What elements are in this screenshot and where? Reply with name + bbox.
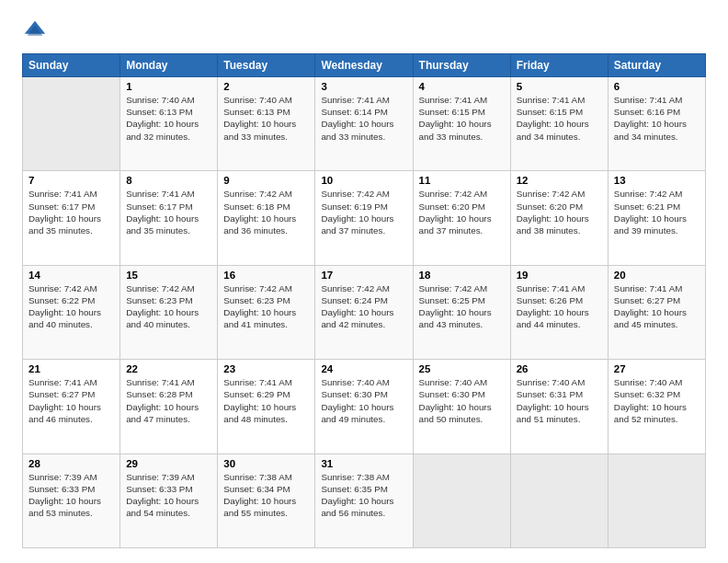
day-number: 13 bbox=[614, 175, 700, 186]
day-number: 29 bbox=[126, 458, 211, 469]
day-info: Sunrise: 7:42 AMSunset: 6:20 PMDaylight:… bbox=[419, 188, 505, 236]
day-number: 3 bbox=[321, 81, 406, 92]
calendar-cell: 11Sunrise: 7:42 AMSunset: 6:20 PMDayligh… bbox=[413, 171, 510, 265]
calendar-cell: 19Sunrise: 7:41 AMSunset: 6:26 PMDayligh… bbox=[510, 265, 608, 359]
day-info: Sunrise: 7:41 AMSunset: 6:27 PMDaylight:… bbox=[614, 282, 700, 331]
calendar-cell: 16Sunrise: 7:42 AMSunset: 6:23 PMDayligh… bbox=[218, 265, 315, 359]
day-info: Sunrise: 7:38 AMSunset: 6:35 PMDaylight:… bbox=[321, 471, 406, 520]
day-info: Sunrise: 7:42 AMSunset: 6:20 PMDaylight:… bbox=[517, 188, 602, 236]
day-info: Sunrise: 7:40 AMSunset: 6:13 PMDaylight:… bbox=[126, 94, 211, 143]
day-info: Sunrise: 7:42 AMSunset: 6:24 PMDaylight:… bbox=[321, 282, 406, 331]
day-number: 20 bbox=[614, 270, 700, 281]
day-number: 18 bbox=[419, 270, 505, 281]
calendar-week-row: 28Sunrise: 7:39 AMSunset: 6:33 PMDayligh… bbox=[23, 454, 706, 547]
day-info: Sunrise: 7:42 AMSunset: 6:23 PMDaylight:… bbox=[223, 282, 309, 331]
calendar-cell: 10Sunrise: 7:42 AMSunset: 6:19 PMDayligh… bbox=[315, 171, 413, 265]
calendar-header-monday: Monday bbox=[120, 54, 218, 77]
calendar-cell bbox=[23, 77, 120, 171]
day-number: 14 bbox=[28, 270, 114, 281]
calendar-cell: 27Sunrise: 7:40 AMSunset: 6:32 PMDayligh… bbox=[608, 360, 705, 454]
calendar-table: SundayMondayTuesdayWednesdayThursdayFrid… bbox=[22, 53, 706, 548]
calendar-cell: 20Sunrise: 7:41 AMSunset: 6:27 PMDayligh… bbox=[608, 265, 705, 359]
calendar-cell: 1Sunrise: 7:40 AMSunset: 6:13 PMDaylight… bbox=[120, 77, 218, 171]
day-info: Sunrise: 7:41 AMSunset: 6:28 PMDaylight:… bbox=[126, 376, 211, 425]
day-number: 8 bbox=[126, 175, 211, 186]
calendar-header-thursday: Thursday bbox=[413, 54, 510, 77]
day-number: 4 bbox=[419, 81, 505, 92]
day-number: 19 bbox=[517, 270, 602, 281]
calendar-cell: 15Sunrise: 7:42 AMSunset: 6:23 PMDayligh… bbox=[120, 265, 218, 359]
calendar-cell: 26Sunrise: 7:40 AMSunset: 6:31 PMDayligh… bbox=[510, 360, 608, 454]
day-info: Sunrise: 7:41 AMSunset: 6:27 PMDaylight:… bbox=[28, 376, 114, 425]
day-number: 16 bbox=[223, 270, 309, 281]
logo bbox=[22, 18, 51, 44]
logo-icon bbox=[22, 18, 48, 44]
day-info: Sunrise: 7:41 AMSunset: 6:17 PMDaylight:… bbox=[126, 188, 211, 236]
calendar-header-saturday: Saturday bbox=[608, 54, 705, 77]
calendar-cell: 9Sunrise: 7:42 AMSunset: 6:18 PMDaylight… bbox=[218, 171, 315, 265]
day-number: 12 bbox=[517, 175, 602, 186]
day-info: Sunrise: 7:42 AMSunset: 6:21 PMDaylight:… bbox=[614, 188, 700, 236]
day-number: 28 bbox=[28, 458, 114, 469]
day-number: 31 bbox=[321, 458, 406, 469]
day-number: 1 bbox=[126, 81, 211, 92]
calendar-header-tuesday: Tuesday bbox=[218, 54, 315, 77]
day-info: Sunrise: 7:39 AMSunset: 6:33 PMDaylight:… bbox=[126, 471, 211, 520]
calendar-cell: 14Sunrise: 7:42 AMSunset: 6:22 PMDayligh… bbox=[23, 265, 120, 359]
calendar-cell: 30Sunrise: 7:38 AMSunset: 6:34 PMDayligh… bbox=[218, 454, 315, 547]
day-number: 9 bbox=[223, 175, 309, 186]
header bbox=[22, 18, 706, 44]
calendar-cell bbox=[413, 454, 510, 547]
calendar-header-row: SundayMondayTuesdayWednesdayThursdayFrid… bbox=[23, 54, 706, 77]
calendar-cell: 17Sunrise: 7:42 AMSunset: 6:24 PMDayligh… bbox=[315, 265, 413, 359]
calendar-cell: 12Sunrise: 7:42 AMSunset: 6:20 PMDayligh… bbox=[510, 171, 608, 265]
calendar-cell: 5Sunrise: 7:41 AMSunset: 6:15 PMDaylight… bbox=[510, 77, 608, 171]
day-number: 7 bbox=[28, 175, 114, 186]
calendar-week-row: 7Sunrise: 7:41 AMSunset: 6:17 PMDaylight… bbox=[23, 171, 706, 265]
calendar-cell: 21Sunrise: 7:41 AMSunset: 6:27 PMDayligh… bbox=[23, 360, 120, 454]
day-info: Sunrise: 7:42 AMSunset: 6:18 PMDaylight:… bbox=[223, 188, 309, 236]
calendar-cell: 4Sunrise: 7:41 AMSunset: 6:15 PMDaylight… bbox=[413, 77, 510, 171]
day-number: 10 bbox=[321, 175, 406, 186]
calendar-cell: 7Sunrise: 7:41 AMSunset: 6:17 PMDaylight… bbox=[23, 171, 120, 265]
day-info: Sunrise: 7:42 AMSunset: 6:25 PMDaylight:… bbox=[419, 282, 505, 331]
calendar-cell: 2Sunrise: 7:40 AMSunset: 6:13 PMDaylight… bbox=[218, 77, 315, 171]
calendar-cell: 29Sunrise: 7:39 AMSunset: 6:33 PMDayligh… bbox=[120, 454, 218, 547]
calendar-cell bbox=[510, 454, 608, 547]
calendar-week-row: 1Sunrise: 7:40 AMSunset: 6:13 PMDaylight… bbox=[23, 77, 706, 171]
day-info: Sunrise: 7:40 AMSunset: 6:32 PMDaylight:… bbox=[614, 376, 700, 425]
day-info: Sunrise: 7:41 AMSunset: 6:26 PMDaylight:… bbox=[517, 282, 602, 331]
calendar-header-friday: Friday bbox=[510, 54, 608, 77]
calendar-cell: 24Sunrise: 7:40 AMSunset: 6:30 PMDayligh… bbox=[315, 360, 413, 454]
calendar-cell: 23Sunrise: 7:41 AMSunset: 6:29 PMDayligh… bbox=[218, 360, 315, 454]
day-number: 21 bbox=[28, 363, 114, 374]
page: SundayMondayTuesdayWednesdayThursdayFrid… bbox=[0, 0, 728, 563]
day-info: Sunrise: 7:41 AMSunset: 6:17 PMDaylight:… bbox=[28, 188, 114, 236]
day-number: 2 bbox=[223, 81, 309, 92]
day-number: 26 bbox=[517, 363, 602, 374]
calendar-cell: 6Sunrise: 7:41 AMSunset: 6:16 PMDaylight… bbox=[608, 77, 705, 171]
calendar-cell: 8Sunrise: 7:41 AMSunset: 6:17 PMDaylight… bbox=[120, 171, 218, 265]
day-info: Sunrise: 7:39 AMSunset: 6:33 PMDaylight:… bbox=[28, 471, 114, 520]
calendar-week-row: 21Sunrise: 7:41 AMSunset: 6:27 PMDayligh… bbox=[23, 360, 706, 454]
day-number: 5 bbox=[517, 81, 602, 92]
day-info: Sunrise: 7:40 AMSunset: 6:30 PMDaylight:… bbox=[419, 376, 505, 425]
calendar-cell bbox=[608, 454, 705, 547]
day-info: Sunrise: 7:41 AMSunset: 6:14 PMDaylight:… bbox=[321, 94, 406, 143]
day-number: 30 bbox=[223, 458, 309, 469]
day-info: Sunrise: 7:40 AMSunset: 6:31 PMDaylight:… bbox=[517, 376, 602, 425]
day-info: Sunrise: 7:41 AMSunset: 6:16 PMDaylight:… bbox=[614, 94, 700, 143]
day-info: Sunrise: 7:40 AMSunset: 6:30 PMDaylight:… bbox=[321, 376, 406, 425]
calendar-cell: 3Sunrise: 7:41 AMSunset: 6:14 PMDaylight… bbox=[315, 77, 413, 171]
day-info: Sunrise: 7:42 AMSunset: 6:23 PMDaylight:… bbox=[126, 282, 211, 331]
day-number: 25 bbox=[419, 363, 505, 374]
day-number: 27 bbox=[614, 363, 700, 374]
day-number: 6 bbox=[614, 81, 700, 92]
calendar-cell: 18Sunrise: 7:42 AMSunset: 6:25 PMDayligh… bbox=[413, 265, 510, 359]
day-info: Sunrise: 7:41 AMSunset: 6:15 PMDaylight:… bbox=[517, 94, 602, 143]
calendar-header-wednesday: Wednesday bbox=[315, 54, 413, 77]
day-number: 22 bbox=[126, 363, 211, 374]
day-number: 23 bbox=[223, 363, 309, 374]
day-info: Sunrise: 7:41 AMSunset: 6:15 PMDaylight:… bbox=[419, 94, 505, 143]
day-number: 11 bbox=[419, 175, 505, 186]
